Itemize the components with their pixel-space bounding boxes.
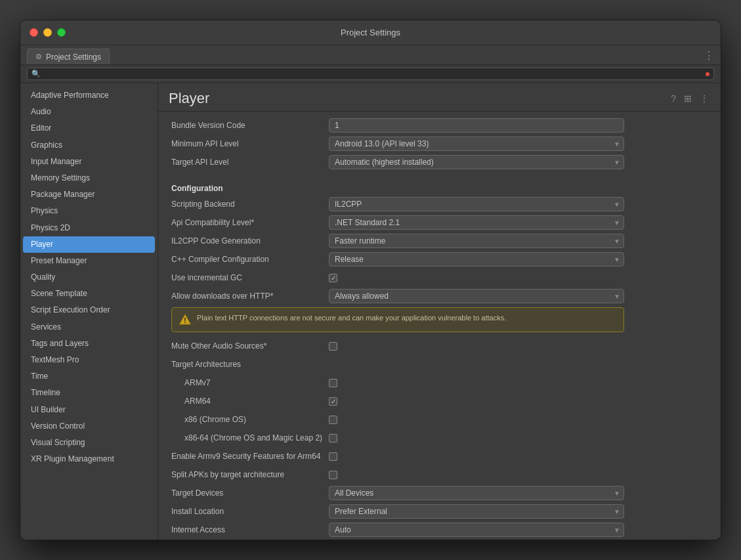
settings-icon[interactable]: ⊞ (683, 92, 693, 105)
window-title: Project Settings (341, 28, 400, 37)
enable-armv9-checkbox[interactable] (329, 452, 337, 461)
sidebar-item-editor[interactable]: Editor (20, 120, 158, 137)
target-devices-dropdown[interactable]: All Devices (329, 486, 624, 500)
scripting-backend-row: Scripting Backend IL2CPP ▼ (171, 197, 708, 211)
sidebar-item-audio[interactable]: Audio (20, 104, 158, 120)
install-location-dropdown-wrap: Prefer External ▼ (329, 504, 624, 519)
sidebar-item-memory-settings[interactable]: Memory Settings (20, 170, 158, 186)
more-icon[interactable]: ⋮ (698, 92, 710, 105)
cpp-compiler-dropdown-wrap: Release ▼ (329, 252, 624, 267)
bundle-version-code-row: Bundle Version Code (171, 118, 708, 133)
sidebar-item-input-manager[interactable]: Input Manager (20, 154, 158, 170)
tab-gear-icon: ⚙ (35, 53, 42, 61)
armv7-checkbox[interactable] (329, 379, 337, 387)
install-location-label: Install Location (171, 507, 329, 516)
scripting-backend-dropdown-wrap: IL2CPP ▼ (329, 197, 624, 211)
armv7-label: ARMv7 (171, 378, 329, 387)
api-compat-dropdown-wrap: .NET Standard 2.1 ▼ (329, 215, 624, 230)
target-arch-row: Target Architectures (171, 357, 708, 372)
sidebar-item-xr-plugin[interactable]: XR Plugin Management (20, 451, 158, 467)
sidebar-item-ui-builder[interactable]: UI Builder (20, 402, 158, 418)
sidebar-item-time[interactable]: Time (20, 368, 158, 385)
target-arch-label: Target Architectures (171, 360, 329, 369)
use-incremental-gc-label: Use incremental GC (171, 273, 329, 282)
sidebar-item-textmesh-pro[interactable]: TextMesh Pro (20, 352, 158, 368)
sidebar-item-visual-scripting[interactable]: Visual Scripting (20, 435, 158, 451)
mute-audio-checkbox[interactable] (329, 342, 337, 351)
minimum-api-level-dropdown-wrap: Android 13.0 (API level 33) ▼ (329, 137, 624, 151)
sidebar-item-tags-and-layers[interactable]: Tags and Layers (20, 335, 158, 352)
sidebar-item-physics[interactable]: Physics (20, 203, 158, 219)
scripting-backend-dropdown[interactable]: IL2CPP (329, 197, 624, 211)
sidebar-item-timeline[interactable]: Timeline (20, 385, 158, 401)
use-incremental-gc-checkbox[interactable] (329, 274, 337, 282)
tab-more-button[interactable]: ⋮ (704, 49, 714, 61)
page-title: Player (169, 90, 209, 107)
sidebar-item-graphics[interactable]: Graphics (20, 137, 158, 154)
bundle-version-code-label: Bundle Version Code (171, 121, 329, 130)
traffic-lights (30, 28, 66, 37)
target-api-level-dropdown[interactable]: Automatic (highest installed) (329, 155, 624, 169)
sidebar-item-services[interactable]: Services (20, 319, 158, 335)
arm64-label: ARM64 (171, 397, 329, 406)
mute-audio-label: Mute Other Audio Sources* (171, 341, 329, 351)
arm64-checkbox[interactable] (329, 397, 337, 406)
configuration-section-header: Configuration (171, 184, 708, 193)
internet-access-row: Internet Access Auto ▼ (171, 523, 708, 537)
close-button[interactable] (30, 28, 38, 37)
sidebar-item-scene-template[interactable]: Scene Template (20, 286, 158, 302)
internet-access-label: Internet Access (171, 525, 329, 534)
sidebar-item-version-control[interactable]: Version Control (20, 418, 158, 435)
bundle-version-code-input[interactable] (329, 118, 624, 133)
project-settings-tab[interactable]: ⚙ Project Settings (27, 49, 110, 64)
api-compat-row: Api Compatibility Level* .NET Standard 2… (171, 215, 708, 230)
sidebar-item-script-execution[interactable]: Script Execution Order (20, 302, 158, 318)
x86-chrome-checkbox[interactable] (329, 416, 337, 424)
x86-64-label: x86-64 (Chrome OS and Magic Leap 2) (171, 433, 329, 442)
content-body: Bundle Version Code Minimum API Level An… (158, 112, 721, 540)
cpp-compiler-row: C++ Compiler Configuration Release ▼ (171, 252, 708, 267)
help-icon[interactable]: ? (669, 92, 677, 105)
sidebar-item-physics-2d[interactable]: Physics 2D (20, 220, 158, 236)
search-bar: 🔍 (20, 65, 721, 83)
x86-64-checkbox[interactable] (329, 434, 337, 442)
scripting-backend-label: Scripting Backend (171, 200, 329, 209)
search-input[interactable] (43, 70, 703, 78)
sidebar-item-player[interactable]: Player (23, 236, 155, 253)
warning-triangle-icon: ! (179, 313, 192, 326)
mute-audio-row: Mute Other Audio Sources* (171, 339, 708, 353)
sidebar-item-quality[interactable]: Quality (20, 269, 158, 286)
content-header: Player ? ⊞ ⋮ (158, 83, 721, 112)
allow-downloads-dropdown[interactable]: Always allowed (329, 289, 624, 303)
split-apks-checkbox[interactable] (329, 471, 337, 479)
sidebar: Adaptive Performance Audio Editor Graphi… (20, 83, 158, 540)
svg-text:!: ! (184, 317, 186, 324)
x86-chrome-row: x86 (Chrome OS) (171, 412, 708, 427)
split-apks-row: Split APKs by target architecture (171, 467, 708, 482)
main-window: Project Settings ⚙ Project Settings ⋮ 🔍 … (20, 20, 721, 540)
target-devices-dropdown-wrap: All Devices ▼ (329, 486, 624, 500)
install-location-row: Install Location Prefer External ▼ (171, 504, 708, 519)
cpp-compiler-label: C++ Compiler Configuration (171, 255, 329, 264)
target-api-level-label: Target API Level (171, 158, 329, 167)
target-devices-row: Target Devices All Devices ▼ (171, 486, 708, 500)
target-devices-label: Target Devices (171, 488, 329, 498)
x86-chrome-label: x86 (Chrome OS) (171, 415, 329, 424)
maximize-button[interactable] (57, 28, 66, 37)
install-location-dropdown[interactable]: Prefer External (329, 504, 624, 519)
enable-armv9-row: Enable Armv9 Security Features for Arm64 (171, 449, 708, 463)
sidebar-item-preset-manager[interactable]: Preset Manager (20, 253, 158, 269)
tab-label: Project Settings (46, 53, 101, 62)
use-incremental-gc-row: Use incremental GC (171, 270, 708, 285)
allow-downloads-dropdown-wrap: Always allowed ▼ (329, 289, 624, 303)
cpp-compiler-dropdown[interactable]: Release (329, 252, 624, 267)
search-dot-indicator (706, 72, 709, 76)
il2cpp-codegen-dropdown[interactable]: Faster runtime (329, 234, 624, 248)
sidebar-item-adaptive-performance[interactable]: Adaptive Performance (20, 87, 158, 104)
minimum-api-level-dropdown[interactable]: Android 13.0 (API level 33) (329, 137, 624, 151)
internet-access-dropdown[interactable]: Auto (329, 523, 624, 537)
sidebar-item-package-manager[interactable]: Package Manager (20, 186, 158, 203)
api-compat-dropdown[interactable]: .NET Standard 2.1 (329, 215, 624, 230)
minimize-button[interactable] (43, 28, 52, 37)
header-icons: ? ⊞ ⋮ (669, 92, 710, 105)
